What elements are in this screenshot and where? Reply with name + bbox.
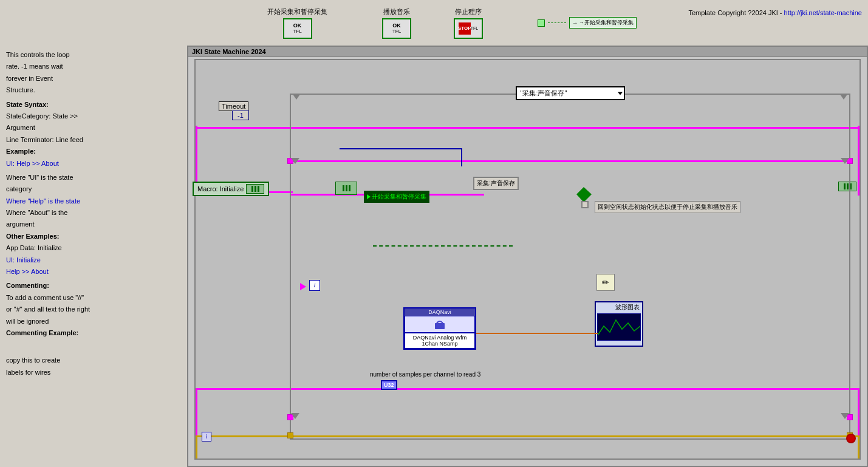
toolbar-btn-3[interactable]: STOP TFL (454, 18, 483, 39)
cn-label-1: 采集:声音保存 (473, 177, 519, 190)
iter-terminal: i (309, 280, 320, 291)
ok-text-1: OK (293, 22, 302, 29)
comment2: or "#" and all text to the right (6, 305, 179, 314)
blue-wire-v1 (461, 148, 462, 166)
svg-rect-1 (435, 323, 445, 329)
case-struct-outer: "采集:声音保存" 采集:声音保存 开始采集和暂停采集 回到空闲状态初始化状态 (290, 94, 850, 440)
dropdown-arrow-icon (618, 92, 623, 95)
yellow-wire-inner (291, 435, 849, 437)
macro-label: Macro: Initialize (197, 185, 244, 193)
sm-outer-frame: Timeout -1 Macro: Initialize (194, 59, 861, 460)
waveform-box: 波形图表 (595, 301, 643, 347)
tri-down-top-left (291, 158, 299, 164)
waveform-title: 波形图表 (596, 302, 642, 312)
tfl-text-2: TFL (392, 29, 401, 34)
pencil-icon: ✏ (602, 278, 609, 287)
array-line (255, 186, 256, 192)
ref-label: →开始采集和暂停采集 (579, 19, 634, 27)
array-indicator-1 (246, 184, 264, 194)
tri-down-top-right (841, 158, 849, 164)
bottom-note2: labels for wires (6, 368, 179, 377)
state-syntax-title: State Syntax: (6, 100, 179, 109)
green-dashed-wire (373, 245, 513, 247)
comment1: To add a comment use "//" (6, 293, 179, 302)
comment3: will be ignored (6, 317, 179, 326)
tri-down-bottom-left (291, 413, 299, 419)
diagram-title: JKI State Machine 2024 (192, 48, 266, 55)
toolbar-btn-1[interactable]: OK TFL (283, 18, 312, 39)
yellow-wire-v2 (858, 435, 859, 458)
small-square-1 (581, 201, 589, 208)
value-neg1: -1 (238, 112, 244, 119)
where4: Where "About" is the (6, 208, 179, 217)
loop-rate-line1: This controls the loop (6, 50, 179, 60)
ok-text-2: OK (392, 22, 401, 29)
dotted-connector (548, 22, 566, 23)
edit-icon-box: ✏ (596, 274, 615, 291)
comment-title: Commenting: (6, 281, 179, 290)
tunnel-yellow-bottom-left (287, 432, 293, 438)
example-title: Example: (6, 147, 179, 156)
toolbar-label-2: 播放音乐 (383, 7, 410, 16)
pink-triangle-icon (300, 283, 306, 290)
other3: Help >> About (6, 267, 179, 276)
tri-down-2 (839, 94, 848, 100)
macro-box: Macro: Initialize (193, 182, 269, 196)
stop-icon: STOP (459, 22, 471, 35)
num-samples-label: number of samples per channel to read 3 (370, 371, 480, 378)
example-ui: UI: Help >> About (6, 159, 179, 168)
cn-label-dark-1: 开始采集和暂停采集 (364, 191, 429, 203)
toolbar-ref-group: → →开始采集和暂停采集 (538, 17, 637, 29)
timeout-box: Timeout (219, 101, 248, 111)
left-panel: This controls the loop rate. -1 means wa… (0, 46, 185, 467)
loop-rate-line3: forever in Event (6, 74, 179, 83)
toolbar-btn-2[interactable]: OK TFL (382, 18, 411, 39)
daqnavi-icon-area (405, 316, 475, 333)
bottom-note1: copy this to create (6, 356, 179, 365)
state-syntax-body: StateCategory: State >> (6, 112, 179, 121)
state-syntax-arg: Argument (6, 123, 179, 132)
daqnavi-content: DAQNavi Analog Wfm1Chan NSamp (405, 333, 475, 349)
where1: Where "UI" is the state (6, 173, 179, 182)
timeout-label: Timeout (222, 103, 245, 110)
green-indicator (538, 19, 545, 27)
tfl-text-1: TFL (293, 29, 301, 34)
pink-wire-v2 (858, 126, 859, 196)
toolbar-item-1: 开始采集和暂停采集 OK TFL (267, 7, 327, 39)
other2: UI: Initialize (6, 256, 179, 265)
svg-marker-0 (576, 187, 592, 202)
tri-down-bottom-right (841, 413, 849, 419)
loop-rate-line4: Structure. (6, 86, 179, 95)
other-title: Other Examples: (6, 232, 179, 241)
copyright-link[interactable]: http://jki.net/state-machine (784, 9, 862, 16)
waveform-chart (597, 313, 641, 341)
copyright-text: Template Copyright ?2024 JKI - http://jk… (688, 9, 862, 16)
daqnavi-icon (434, 318, 446, 330)
tri-down-1 (292, 94, 301, 100)
pink-wire-inner-1 (291, 160, 849, 162)
value-box-neg1: -1 (232, 111, 249, 120)
comment-ex-title: Commenting Example: (6, 329, 179, 338)
waveform-svg (598, 314, 640, 340)
daqnavi-title: DAQNavi (405, 308, 475, 316)
loop-rate-line2: rate. -1 means wait (6, 62, 179, 71)
blue-wire-1 (340, 148, 461, 149)
where5: argument (6, 220, 179, 229)
toolbar-item-3: 停止程序 STOP TFL (454, 7, 483, 39)
iter-box: i (202, 432, 211, 441)
u32-box: U32 (381, 380, 397, 390)
toolbar-ref-box: → →开始采集和暂停采集 (569, 17, 637, 29)
selector-text: "采集:声音保存" (521, 89, 567, 98)
toolbar-label-1: 开始采集和暂停采集 (267, 7, 327, 16)
toolbar-item-2: 播放音乐 OK TFL (382, 7, 411, 39)
orange-wire (476, 333, 598, 334)
array-line (251, 186, 253, 192)
toolbar-label-3: 停止程序 (455, 7, 482, 16)
cn-label-3: 回到空闲状态初始化状态以便于停止采集和播放音乐 (595, 201, 740, 213)
state-syntax-term: Line Terminator: Line feed (6, 135, 179, 145)
toolbar: 开始采集和暂停采集 OK TFL 播放音乐 OK TFL 停止程序 STOP T… (0, 0, 868, 46)
arrow-right-icon (367, 194, 371, 199)
array-line (258, 186, 259, 192)
other1: App Data: Initialize (6, 244, 179, 253)
selector-dropdown[interactable]: "采集:声音保存" (516, 86, 625, 100)
